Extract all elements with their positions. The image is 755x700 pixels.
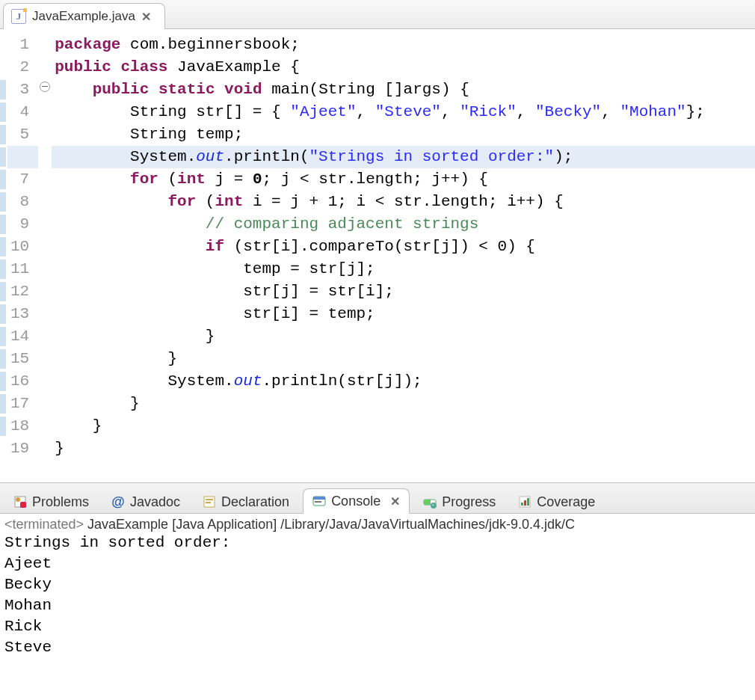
code-line[interactable]: str[j] = str[i]; (55, 280, 705, 303)
line-number: 15 (10, 348, 29, 370)
view-tab-console[interactable]: Console✕ (303, 488, 410, 514)
view-tab-bar: Problems@JavadocDeclarationConsole✕Progr… (0, 483, 755, 514)
line-number: 14 (10, 325, 29, 348)
code-line[interactable]: for (int j = 0; j < str.length; j++) { (55, 168, 705, 191)
line-number: 8 (10, 191, 29, 213)
java-file-icon: J (11, 9, 26, 24)
svg-rect-7 (313, 497, 325, 500)
view-tab-declaration[interactable]: Declaration (194, 490, 298, 514)
line-number: 4 (10, 101, 29, 123)
fold-toggle-icon[interactable] (40, 82, 50, 92)
javadoc-icon: @ (111, 495, 125, 509)
code-area[interactable]: package com.beginnersbook;public class J… (52, 29, 711, 482)
editor-tab-filename: JavaExample.java (32, 9, 135, 24)
code-line[interactable]: } (55, 415, 705, 438)
console-icon (312, 494, 326, 508)
line-number: 7 (10, 168, 29, 191)
code-line[interactable]: } (55, 438, 705, 460)
svg-rect-4 (206, 499, 213, 500)
code-line[interactable]: } (55, 325, 705, 348)
fold-column (38, 29, 52, 482)
change-marker-icon (0, 327, 6, 346)
change-marker-icon (0, 394, 6, 414)
change-marker-icon (0, 282, 6, 301)
editor-tab-bar: J JavaExample.java ✕ (0, 0, 755, 29)
line-number: 19 (10, 438, 29, 460)
view-tab-problems[interactable]: Problems (4, 490, 98, 514)
line-number: 11 (10, 258, 29, 280)
line-number: 12 (10, 280, 29, 303)
code-line[interactable]: package com.beginnersbook; (55, 34, 705, 56)
line-number: 17 (10, 393, 29, 415)
code-line[interactable]: System.out.println("Strings in sorted or… (55, 146, 705, 168)
svg-rect-10 (424, 500, 431, 505)
declaration-icon (203, 495, 216, 509)
line-number: 10 (10, 236, 29, 258)
line-number: 3 (10, 79, 29, 101)
svg-rect-13 (521, 503, 523, 506)
console-status-line: <terminated> JavaExample [Java Applicati… (0, 514, 755, 532)
coverage-icon (518, 495, 531, 509)
launch-config-label: JavaExample [Java Application] /Library/… (84, 517, 575, 532)
console-output[interactable]: Strings in sorted order: Ajeet Becky Moh… (0, 532, 755, 663)
svg-point-1 (16, 497, 20, 502)
view-tab-coverage[interactable]: Coverage (509, 490, 604, 514)
view-tab-label: Progress (442, 494, 496, 510)
code-line[interactable]: for (int i = j + 1; i < str.length; i++)… (55, 191, 705, 213)
line-number: 13 (10, 303, 29, 325)
svg-rect-15 (527, 498, 529, 506)
change-marker-icon (0, 304, 6, 324)
change-marker-icon (0, 372, 6, 391)
code-line[interactable]: System.out.println(str[j]); (55, 370, 705, 393)
view-tab-label: Coverage (537, 494, 595, 510)
marker-strip (0, 29, 7, 482)
code-line[interactable]: String temp; (55, 123, 705, 146)
line-number: 1 (10, 34, 29, 56)
close-icon[interactable]: ✕ (390, 494, 400, 509)
view-tab-progress[interactable]: Progress (414, 490, 505, 514)
code-line[interactable]: public class JavaExample { (55, 56, 705, 79)
view-tab-javadoc[interactable]: @Javadoc (102, 490, 189, 514)
code-line[interactable]: str[i] = temp; (55, 303, 705, 325)
terminated-label: <terminated> (4, 517, 84, 532)
problems-icon (13, 495, 27, 509)
line-number: 5 (10, 123, 29, 146)
svg-rect-2 (20, 502, 26, 508)
change-marker-icon (0, 260, 6, 279)
change-marker-icon (0, 80, 6, 99)
change-marker-icon (0, 215, 6, 234)
change-marker-icon (0, 147, 6, 167)
line-number: 2 (10, 56, 29, 79)
code-editor[interactable]: 12345678910111213141516171819 package co… (0, 29, 755, 482)
change-marker-icon (0, 125, 6, 144)
close-icon[interactable]: ✕ (141, 10, 151, 24)
line-number: 9 (10, 213, 29, 236)
change-marker-icon (0, 349, 6, 369)
view-tab-label: Console (331, 494, 380, 509)
line-number: 18 (10, 415, 29, 438)
code-line[interactable]: public static void main(String []args) { (55, 79, 705, 101)
svg-rect-5 (206, 502, 211, 503)
code-line[interactable]: if (str[i].compareTo(str[j]) < 0) { (55, 236, 705, 258)
change-marker-icon (0, 237, 6, 257)
code-line[interactable]: String str[] = { "Ajeet", "Steve", "Rick… (55, 101, 705, 123)
code-line[interactable]: } (55, 393, 705, 415)
change-marker-icon (0, 192, 6, 212)
progress-icon (423, 495, 437, 509)
svg-rect-8 (315, 501, 321, 503)
code-line[interactable]: // comparing adjacent strings (55, 213, 705, 236)
svg-rect-14 (524, 500, 526, 506)
bottom-panel: Problems@JavadocDeclarationConsole✕Progr… (0, 482, 755, 700)
editor-tab-javaexample[interactable]: J JavaExample.java ✕ (3, 3, 165, 29)
view-tab-label: Declaration (221, 494, 289, 510)
change-marker-icon (0, 170, 6, 189)
change-marker-icon (0, 102, 6, 122)
line-number-gutter: 12345678910111213141516171819 (7, 29, 38, 482)
line-number: 16 (10, 370, 29, 393)
code-line[interactable]: temp = str[j]; (55, 258, 705, 280)
change-marker-icon (0, 417, 6, 436)
view-tab-label: Javadoc (130, 494, 180, 510)
view-tab-label: Problems (32, 494, 89, 510)
code-line[interactable]: } (55, 348, 705, 370)
